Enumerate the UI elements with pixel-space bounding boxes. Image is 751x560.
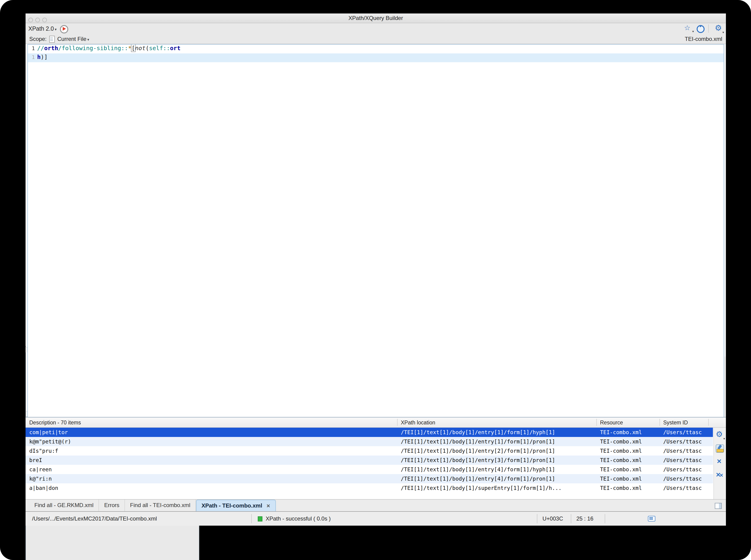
status-bar: /Users/.../Events/LexMC2017/Data/TEI-com… [25, 511, 726, 526]
result-resource: TEI-combo.xml [600, 446, 659, 456]
column-header-resource[interactable]: Resource [600, 417, 659, 428]
result-system-id: /Users/ttasc [663, 437, 710, 446]
result-resource: TEI-combo.xml [600, 465, 659, 474]
result-description: k@"ri:n [29, 474, 396, 483]
result-system-id: /Users/ttasc [663, 456, 710, 465]
result-row[interactable]: com|peti|tor/TEI[1]/text[1]/body[1]/entr… [25, 428, 713, 437]
result-system-id: /Users/ttasc [663, 483, 710, 493]
xpath-scope-row: Scope: Current File▾ TEI-combo.xml [25, 34, 726, 44]
results-toolbar [713, 428, 726, 499]
result-resource: TEI-combo.xml [600, 437, 659, 446]
result-resource: TEI-combo.xml [600, 474, 659, 483]
panel-layout-icon[interactable] [714, 501, 722, 510]
messages-icon[interactable] [648, 515, 656, 523]
query-token: )] [41, 54, 47, 60]
result-system-id: /Users/ttasc [663, 428, 710, 437]
xpath-builder-header[interactable]: XPath/XQuery Builder [25, 14, 726, 23]
result-resource: TEI-combo.xml [600, 456, 659, 465]
query-token: [ [132, 45, 135, 52]
status-divider [605, 514, 605, 523]
query-token: h [37, 54, 41, 60]
bottom-tab-label: Errors [104, 502, 119, 508]
bottom-tab-errors[interactable]: Errors [99, 500, 125, 511]
bottom-tab-label: Find all - GE.RKMD.xml [34, 502, 94, 508]
query-token: / [58, 45, 62, 52]
scope-select[interactable]: Current File▾ [57, 36, 89, 42]
query-token: self:: [149, 45, 170, 52]
query-token: following-sibling:: [62, 45, 128, 52]
query-token: * [128, 45, 132, 52]
status-unicode-codepoint: U+003C [542, 512, 563, 526]
result-xpath-location: /TEI[1]/text[1]/body[1]/superEntry[1]/fo… [401, 483, 596, 493]
remove-all-results-icon[interactable] [716, 471, 724, 480]
status-divider [571, 514, 571, 523]
result-row[interactable]: k@m"petit@(r)/TEI[1]/text[1]/body[1]/ent… [25, 437, 713, 446]
panel-dot-icon [35, 18, 40, 22]
settings-gear-icon[interactable] [715, 24, 723, 33]
bottom-tab-xpath-tei-combo-xml[interactable]: XPath - TEI-combo.xml✕ [196, 500, 276, 511]
results-panel: Description - 70 items XPath location Re… [25, 417, 726, 499]
column-header-description[interactable]: Description - 70 items [29, 417, 396, 428]
bottom-tab-find-all-ge-rkmd-xml[interactable]: Find all - GE.RKMD.xml [29, 500, 99, 511]
toolbar-separator [708, 25, 711, 33]
result-description: com|peti|tor [29, 428, 396, 437]
result-xpath-location: /TEI[1]/text[1]/body[1]/entry[1]/form[1]… [401, 437, 596, 446]
success-status-icon [258, 516, 262, 521]
query-token: not [135, 45, 145, 52]
bottom-tab-bar: Find all - GE.RKMD.xmlErrorsFind all - T… [25, 499, 726, 511]
column-divider[interactable] [708, 419, 709, 426]
result-system-id: /Users/ttasc [663, 446, 710, 456]
query-wrap-line-number: 1 [28, 54, 35, 60]
result-row[interactable]: ca|reen/TEI[1]/text[1]/body[1]/entry[4]/… [25, 465, 713, 474]
result-resource: TEI-combo.xml [600, 483, 659, 493]
xpath-engine-select[interactable]: XPath 2.0▾ [28, 25, 57, 32]
result-xpath-location: /TEI[1]/text[1]/body[1]/entry[2]/form[1]… [401, 446, 596, 456]
result-xpath-location: /TEI[1]/text[1]/body[1]/entry[3]/form[1]… [401, 456, 596, 465]
bottom-tab-label: XPath - TEI-combo.xml [202, 502, 262, 509]
results-settings-gear-icon[interactable] [716, 431, 724, 439]
favorites-star-icon[interactable] [684, 24, 692, 33]
history-clock-icon[interactable] [696, 24, 705, 33]
result-row[interactable]: k@"ri:n/TEI[1]/text[1]/body[1]/entry[4]/… [25, 474, 713, 483]
screen-canvas: TEI-combo.xml [/Users/ttasovac/Developme… [0, 0, 751, 560]
column-divider[interactable] [659, 419, 660, 426]
execute-xpath-button[interactable] [59, 24, 68, 33]
result-xpath-location: /TEI[1]/text[1]/body[1]/entry[1]/form[1]… [401, 428, 596, 437]
panel-dot-icon [42, 18, 47, 22]
result-resource: TEI-combo.xml [600, 428, 659, 437]
query-token: // [37, 45, 44, 52]
query-line-number: 1 [28, 45, 35, 52]
result-xpath-location: /TEI[1]/text[1]/body[1]/entry[4]/form[1]… [401, 465, 596, 474]
result-row[interactable]: breI/TEI[1]/text[1]/body[1]/entry[3]/for… [25, 456, 713, 465]
status-divider [537, 514, 537, 523]
query-token: ort [170, 45, 180, 52]
query-token: orth [44, 45, 58, 52]
results-rows: com|peti|tor/TEI[1]/text[1]/body[1]/entr… [25, 428, 713, 499]
result-description: k@m"petit@(r) [29, 437, 396, 446]
column-divider[interactable] [397, 419, 398, 426]
result-system-id: /Users/ttasc [663, 465, 710, 474]
result-description: ca|reen [29, 465, 396, 474]
scope-file-label: TEI-combo.xml [685, 36, 722, 42]
application-window: TEI-combo.xml [/Users/ttasovac/Developme… [25, 14, 726, 526]
column-header-xpath-location[interactable]: XPath location [401, 417, 596, 428]
status-file-path: /Users/.../Events/LexMC2017/Data/TEI-com… [32, 512, 157, 526]
query-token: ( [145, 45, 149, 52]
result-description: dIs"pru:f [29, 446, 396, 456]
column-header-system-id[interactable]: System ID [663, 417, 710, 428]
xpath-builder-title: XPath/XQuery Builder [349, 15, 403, 21]
result-row[interactable]: dIs"pru:f/TEI[1]/text[1]/body[1]/entry[2… [25, 446, 713, 456]
close-icon[interactable]: ✕ [266, 503, 270, 508]
xpath-builder-controls: XPath 2.0▾ [25, 23, 726, 34]
result-description: breI [29, 456, 396, 465]
result-xpath-location: /TEI[1]/text[1]/body[1]/entry[4]/form[1]… [401, 474, 596, 483]
bottom-tab-find-all-tei-combo-xml[interactable]: Find all - TEI-combo.xml [125, 500, 196, 511]
results-header: Description - 70 items XPath location Re… [25, 417, 726, 428]
result-row[interactable]: a|ban|don/TEI[1]/text[1]/body[1]/superEn… [25, 483, 713, 493]
bottom-tab-label: Find all - TEI-combo.xml [130, 502, 191, 508]
remove-result-icon[interactable] [716, 458, 724, 466]
column-divider[interactable] [596, 419, 597, 426]
highlight-pen-icon[interactable] [716, 444, 724, 453]
scope-label: Scope: [29, 36, 47, 42]
status-message: XPath - successful ( 0.0s ) [266, 512, 331, 526]
